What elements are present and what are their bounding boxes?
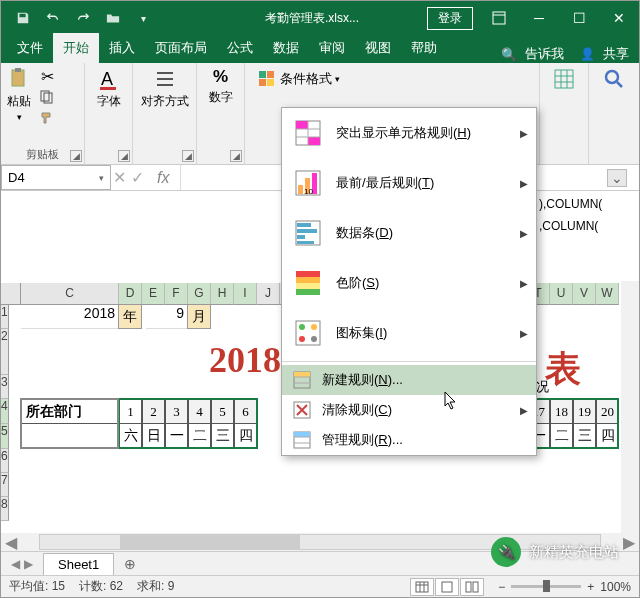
undo-icon[interactable] [39,5,67,31]
svg-text:A: A [101,69,113,89]
add-sheet-icon[interactable]: ⊕ [114,556,146,572]
redo-icon[interactable] [69,5,97,31]
paste-label: 粘贴 [7,93,31,110]
fx-icon[interactable]: fx [149,169,177,187]
svg-rect-25 [297,241,314,244]
selection-box-dept [20,398,119,449]
copy-icon[interactable] [37,88,57,106]
row-7[interactable]: 7 [1,473,9,497]
status-sum: 求和: 9 [137,578,174,595]
menu-new-rule[interactable]: 新建规则(N)... [282,365,536,395]
menu-color-scales[interactable]: 色阶(S) ▶ [282,258,536,308]
close-icon[interactable]: ✕ [599,1,639,35]
page-layout-view-icon[interactable] [435,578,459,596]
align-launcher-icon[interactable]: ◢ [182,150,194,162]
cell-G1[interactable]: 月 [187,304,211,329]
tab-file[interactable]: 文件 [7,33,53,63]
cf-label: 条件格式 [280,70,332,88]
sheet-next-icon[interactable]: ▶ [24,557,33,571]
font-launcher-icon[interactable]: ◢ [118,150,130,162]
cells-button[interactable] [546,67,582,91]
enter-formula-icon[interactable]: ✓ [131,168,144,187]
selection-box [118,398,258,449]
qat-more-icon[interactable]: ▾ [129,5,157,31]
vertical-scrollbar[interactable] [621,281,639,533]
svg-point-32 [311,324,317,330]
row-6[interactable]: 6 [1,449,9,473]
share-icon[interactable]: 👤 [580,47,595,61]
highlight-cells-icon [292,117,324,149]
cell-C1[interactable]: 2018 [21,305,119,329]
conditional-formatting-button[interactable]: 条件格式 ▾ [251,67,349,91]
cell-F1[interactable]: 9 [146,305,188,329]
share-label[interactable]: 共享 [603,45,629,63]
paste-button[interactable]: 粘贴 ▾ [7,67,31,127]
tab-insert[interactable]: 插入 [99,33,145,63]
svg-rect-30 [296,321,320,345]
find-button[interactable] [595,67,633,91]
font-button[interactable]: A 字体 [91,67,126,110]
menu-data-bars[interactable]: 数据条(D) ▶ [282,208,536,258]
col-W[interactable]: W [596,283,619,305]
save-icon[interactable] [9,5,37,31]
row-4[interactable]: 4 [1,399,9,424]
normal-view-icon[interactable] [410,578,434,596]
row-3[interactable]: 3 [1,375,9,399]
cancel-formula-icon[interactable]: ✕ [113,168,126,187]
col-U[interactable]: U [550,283,573,305]
menu-top-bottom[interactable]: 10 最前/最后规则(T) ▶ [282,158,536,208]
tab-formulas[interactable]: 公式 [217,33,263,63]
svg-rect-24 [297,235,305,239]
menu-manage-rules[interactable]: 管理规则(R)... [282,425,536,455]
col-E[interactable]: E [142,283,165,305]
cell-D1[interactable]: 年 [118,304,142,329]
col-H[interactable]: H [211,283,234,305]
name-box[interactable]: D4▾ [1,165,111,190]
clipboard-launcher-icon[interactable]: ◢ [70,150,82,162]
zoom-in-icon[interactable]: + [587,580,594,594]
col-C[interactable]: C [21,283,119,305]
ribbon-options-icon[interactable] [479,1,519,35]
sheet-tab[interactable]: Sheet1 [43,553,114,575]
svg-rect-29 [296,289,320,295]
open-icon[interactable] [99,5,127,31]
tab-data[interactable]: 数据 [263,33,309,63]
zoom-out-icon[interactable]: − [498,580,505,594]
col-D[interactable]: D [119,283,142,305]
minimize-icon[interactable]: ─ [519,1,559,35]
tab-review[interactable]: 审阅 [309,33,355,63]
menu-clear-rules[interactable]: 清除规则(C) ▶ [282,395,536,425]
row-2[interactable]: 2 [1,329,9,375]
page-break-view-icon[interactable] [460,578,484,596]
col-F[interactable]: F [165,283,188,305]
col-I[interactable]: I [234,283,257,305]
number-button[interactable]: % 数字 [203,67,238,106]
formula-expand-icon[interactable]: ⌄ [607,169,627,187]
col-V[interactable]: V [573,283,596,305]
svg-rect-7 [259,71,266,78]
tab-layout[interactable]: 页面布局 [145,33,217,63]
tellme-icon[interactable]: 🔍 [501,47,517,62]
maximize-icon[interactable]: ☐ [559,1,599,35]
row-8[interactable]: 8 [1,497,9,521]
tellme-label[interactable]: 告诉我 [525,45,564,63]
tab-help[interactable]: 帮助 [401,33,447,63]
row-5[interactable]: 5 [1,424,9,449]
tab-home[interactable]: 开始 [53,33,99,63]
cut-icon[interactable]: ✂ [37,67,57,85]
col-G[interactable]: G [188,283,211,305]
menu-icon-sets[interactable]: 图标集(I) ▶ [282,308,536,358]
alignment-button[interactable]: 对齐方式 [139,67,190,110]
tab-view[interactable]: 视图 [355,33,401,63]
svg-point-34 [311,336,317,342]
sheet-prev-icon[interactable]: ◀ [11,557,20,571]
zoom-control[interactable]: − + 100% [498,580,631,594]
number-launcher-icon[interactable]: ◢ [230,150,242,162]
format-painter-icon[interactable] [37,109,57,127]
zoom-level[interactable]: 100% [600,580,631,594]
col-J[interactable]: J [257,283,280,305]
login-button[interactable]: 登录 [427,7,473,30]
row-1[interactable]: 1 [1,305,9,329]
menu-highlight-cells[interactable]: 突出显示单元格规则(H) ▶ [282,108,536,158]
color-scales-icon [292,267,324,299]
